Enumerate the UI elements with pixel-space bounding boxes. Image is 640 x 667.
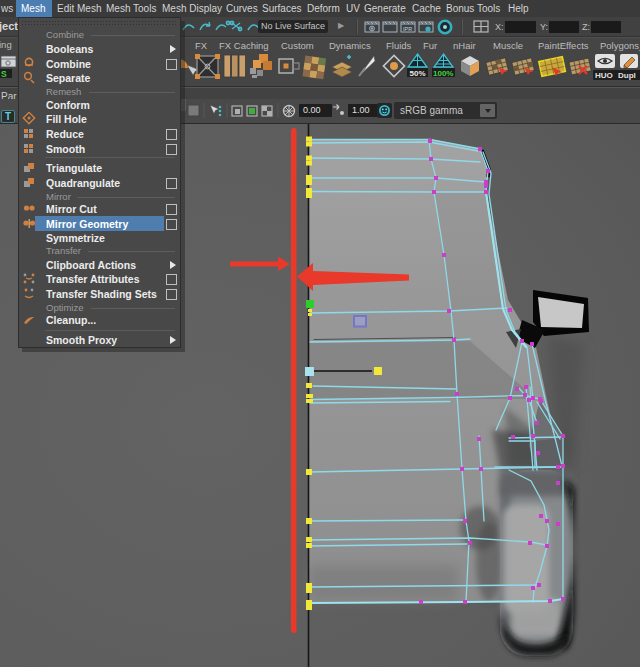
svg-text:50%: 50% [410, 69, 426, 78]
svg-text:100%: 100% [433, 69, 453, 78]
svg-text:Dupl: Dupl [618, 71, 636, 80]
svg-text:IPR: IPR [403, 26, 412, 32]
svg-text:S: S [1, 69, 7, 79]
svg-text:HUO: HUO [595, 71, 613, 80]
